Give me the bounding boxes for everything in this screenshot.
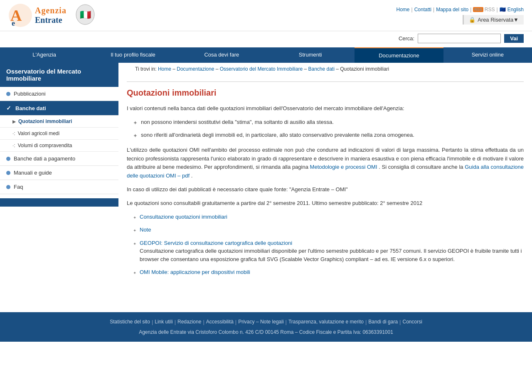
footer-concorsi[interactable]: Concorsi xyxy=(402,319,422,325)
eu-flag-icon: 🇪🇺 xyxy=(500,7,506,12)
bullet-marker-2: ✦ xyxy=(133,132,138,140)
sidebar-item-valori[interactable]: ·: Valori agricoli medi xyxy=(0,128,118,140)
footer-trasparenza[interactable]: Trasparenza, valutazione e merito xyxy=(288,319,364,325)
breadcrumb-current: Quotazioni immobiliari xyxy=(340,66,389,72)
list-bullet-1: ✦ xyxy=(133,214,136,221)
content-wrapper: Osservatorio del Mercato Immobiliare Pub… xyxy=(0,63,532,312)
breadcrumb: Ti trovi in: Home – Documentazione – Oss… xyxy=(127,63,524,75)
footer-privacy[interactable]: Privacy – Note legali xyxy=(238,319,283,325)
nav-servizi[interactable]: Servizi online xyxy=(443,47,532,63)
republic-shield: 🇮🇹 xyxy=(75,3,96,27)
rss-icon: RSS xyxy=(473,7,483,12)
svg-text:e: e xyxy=(12,19,15,27)
list-item-consultazione: ✦ Consultazione quotazioni immobiliari xyxy=(133,213,524,221)
footer-links: Statistiche del sito | Link utili | Reda… xyxy=(8,319,524,325)
bullet-icon-2 xyxy=(6,157,10,161)
breadcrumb-banche[interactable]: Banche dati xyxy=(308,66,334,72)
sidebar-item-volumi[interactable]: ·: Volumi di compravendita xyxy=(0,140,118,152)
geopoi-link[interactable]: GEOPOI: Servizio di consultazione cartog… xyxy=(140,240,292,246)
bullet-marker-1: ✦ xyxy=(133,119,138,127)
intro-paragraph: I valori contenuti nella banca dati dell… xyxy=(127,104,524,113)
geopoi-description: Consultazione cartografica delle quotazi… xyxy=(140,248,522,262)
sidebar-item-manuali[interactable]: Manuali e guide xyxy=(0,166,118,180)
sidebar: Osservatorio del Mercato Immobiliare Pub… xyxy=(0,63,118,312)
sidebar-item-banche-dati[interactable]: ✓ Banche dati xyxy=(0,101,118,116)
nav-cosa[interactable]: Cosa devi fare xyxy=(177,47,266,63)
dot-icon: ·: xyxy=(12,131,15,136)
list-bullet-3: ✦ xyxy=(133,241,136,247)
nav-strumenti[interactable]: Strumenti xyxy=(266,47,355,63)
footer-redazione[interactable]: Redazione xyxy=(177,319,201,325)
search-bar: Cerca: Vai xyxy=(0,31,532,47)
footer-accessibilita[interactable]: Accessibilità xyxy=(206,319,234,325)
sidebar-title: Osservatorio del Mercato Immobiliare xyxy=(0,63,118,87)
logo-area: A e Agenzia Entrate 🇮🇹 xyxy=(8,3,96,27)
breadcrumb-omi[interactable]: Osservatorio del Mercato Immobiliare xyxy=(220,66,303,72)
breadcrumb-home[interactable]: Home xyxy=(158,66,171,72)
paragraph1: L'utilizzo delle quotazioni OMI nell'amb… xyxy=(127,146,524,180)
footer-bandi[interactable]: Bandi di gara xyxy=(368,319,398,325)
consultazione-link[interactable]: Consultazione quotazioni immobiliari xyxy=(140,213,227,221)
footer-link-utili[interactable]: Link utili xyxy=(155,319,172,325)
logo-agenzia: Agenzia xyxy=(35,6,66,15)
list-bullet-2: ✦ xyxy=(133,227,136,234)
arrow-icon: ▶ xyxy=(12,119,16,124)
home-link[interactable]: Home xyxy=(397,7,410,12)
content-divider xyxy=(127,81,524,82)
english-link[interactable]: English xyxy=(507,7,524,12)
area-riservata-label: Area Riservata▼ xyxy=(478,17,519,23)
list-item-note: ✦ Note xyxy=(133,226,524,234)
search-input[interactable] xyxy=(418,34,501,43)
sidebar-item-quotazioni[interactable]: ▶ Quotazioni immobiliari xyxy=(0,116,118,128)
search-button[interactable]: Vai xyxy=(504,34,524,43)
area-riservata-button[interactable]: 🔒 Area Riservata▼ xyxy=(463,15,524,25)
bullet-item-2: ✦ sono riferiti all'ordinarietà degli im… xyxy=(133,131,524,140)
svg-text:🇮🇹: 🇮🇹 xyxy=(79,9,91,20)
intro-bullets: ✦ non possono intendersi sostitutivi del… xyxy=(133,118,524,140)
top-navigation: Home | Contatti | Mappa del sito | RSS R… xyxy=(397,7,524,12)
breadcrumb-documentazione[interactable]: Documentazione xyxy=(177,66,214,72)
mappa-link[interactable]: Mappa del sito xyxy=(436,7,468,12)
rss-link[interactable]: RSS RSS xyxy=(473,7,495,12)
dot-icon-2: ·: xyxy=(12,143,15,148)
list-bullet-4: ✦ xyxy=(133,270,136,276)
logo-entrate: Entrate xyxy=(35,15,66,25)
paragraph3: Le quotazioni sono consultabili gratuita… xyxy=(127,199,524,208)
content-links-list: ✦ Consultazione quotazioni immobiliari ✦… xyxy=(133,213,524,276)
list-item-geopoi: ✦ GEOPOI: Servizio di consultazione cart… xyxy=(133,239,524,264)
bullet-icon-3 xyxy=(6,171,10,175)
nav-profilo[interactable]: Il tuo profilo fiscale xyxy=(89,47,177,63)
omi-mobile-link[interactable]: OMI Mobile: applicazione per dispositivi… xyxy=(140,268,250,276)
agency-logo[interactable]: A e Agenzia Entrate xyxy=(8,3,66,27)
contatti-link[interactable]: Contatti xyxy=(414,7,431,12)
logo-icon: A e xyxy=(8,3,32,27)
page-title: Quotazioni immobiliari xyxy=(127,88,524,98)
sidebar-item-pubblicazioni[interactable]: Pubblicazioni xyxy=(0,87,118,101)
sidebar-item-faq[interactable]: Faq xyxy=(0,180,118,194)
sidebar-item-banche-pagamento[interactable]: Banche dati a pagamento xyxy=(0,152,118,166)
bullet-item-1: ✦ non possono intendersi sostitutivi del… xyxy=(133,118,524,127)
bullet-icon-4 xyxy=(6,185,10,189)
footer-statistiche[interactable]: Statistiche del sito xyxy=(110,319,150,325)
page-header: A e Agenzia Entrate 🇮🇹 Home | Contatti |… xyxy=(0,0,532,31)
note-link[interactable]: Note xyxy=(140,226,151,234)
check-icon: ✓ xyxy=(6,105,11,111)
logo-text: Agenzia Entrate xyxy=(35,6,66,25)
page-footer: Statistiche del sito | Link utili | Reda… xyxy=(0,312,532,342)
main-content: Ti trovi in: Home – Documentazione – Oss… xyxy=(118,63,532,312)
nav-documentazione[interactable]: Documentazione xyxy=(355,47,443,63)
list-item-omi-mobile: ✦ OMI Mobile: applicazione per dispositi… xyxy=(133,268,524,276)
metodologie-link[interactable]: Metodologie e processi OMI xyxy=(310,164,377,170)
lock-icon: 🔒 xyxy=(469,17,475,23)
search-label: Cerca: xyxy=(399,35,414,42)
paragraph2: In caso di utilizzo dei dati pubblicati … xyxy=(127,185,524,194)
footer-address: Agenzia delle Entrate via Cristoforo Col… xyxy=(8,329,524,335)
nav-agenzia[interactable]: L'Agenzia xyxy=(0,47,89,63)
main-navigation: L'Agenzia Il tuo profilo fiscale Cosa de… xyxy=(0,47,532,63)
bullet-icon xyxy=(6,92,10,96)
sidebar-footer xyxy=(0,198,118,207)
